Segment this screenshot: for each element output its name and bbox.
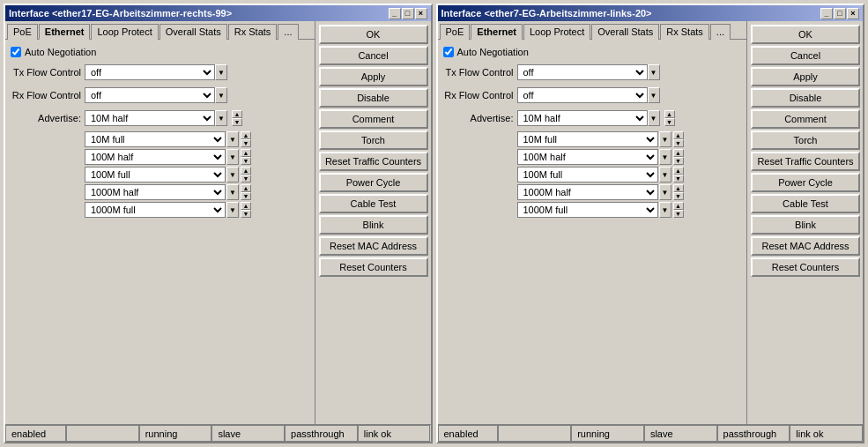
auto-negotiation-checkbox-1[interactable] (11, 47, 21, 57)
reset-mac-address-button-1[interactable]: Reset MAC Address (319, 236, 428, 256)
adv-arrow-2-2[interactable]: ▼ (659, 131, 671, 147)
rx-flow-control-select-2[interactable]: off (517, 87, 648, 103)
adv-arrow-4-2[interactable]: ▼ (659, 167, 671, 183)
rx-flow-control-select-1[interactable]: off (85, 87, 215, 103)
adv-arrow-5-2[interactable]: ▼ (659, 184, 671, 200)
adv-down-2-1[interactable]: ▼ (241, 139, 251, 147)
adv-arrow-6-2[interactable]: ▼ (659, 202, 671, 218)
cancel-button-2[interactable]: Cancel (751, 46, 860, 65)
power-cycle-button-2[interactable]: Power Cycle (751, 173, 860, 192)
tab-rxstats-2[interactable]: Rx Stats (660, 24, 709, 40)
tab-rxstats-1[interactable]: Rx Stats (228, 24, 278, 40)
close-button-1[interactable]: × (415, 8, 427, 19)
adv-arrow-3-1[interactable]: ▼ (226, 149, 239, 165)
tab-more-1[interactable]: ... (278, 24, 298, 40)
cable-test-button-1[interactable]: Cable Test (319, 194, 428, 213)
adv-up-4-2[interactable]: ▲ (673, 167, 684, 175)
adv-select-6-1[interactable]: 1000M full (85, 202, 226, 218)
rx-flow-control-arrow-2[interactable]: ▼ (648, 87, 660, 103)
torch-button-1[interactable]: Torch (319, 130, 428, 150)
rx-flow-control-arrow-1[interactable]: ▼ (215, 87, 227, 103)
tx-flow-control-arrow-2[interactable]: ▼ (648, 64, 660, 80)
adv-select-4-1[interactable]: 100M full (85, 167, 226, 183)
ok-button-1[interactable]: OK (319, 25, 428, 44)
advertise-down-1[interactable]: ▼ (232, 118, 242, 126)
adv-down-6-2[interactable]: ▼ (673, 210, 684, 218)
adv-select-5-1[interactable]: 1000M half (85, 184, 226, 200)
tab-loopprotect-2[interactable]: Loop Protect (523, 24, 590, 40)
tx-flow-control-select-1[interactable]: off (85, 64, 215, 80)
adv-select-3-1[interactable]: 100M half (85, 149, 226, 165)
reset-counters-button-1[interactable]: Reset Counters (319, 257, 428, 277)
apply-button-2[interactable]: Apply (751, 67, 860, 86)
tx-flow-control-arrow-1[interactable]: ▼ (215, 64, 227, 80)
adv-up-2-2[interactable]: ▲ (673, 131, 684, 139)
torch-button-2[interactable]: Torch (751, 130, 860, 150)
blink-button-1[interactable]: Blink (319, 215, 428, 235)
adv-down-2-2[interactable]: ▼ (673, 139, 684, 147)
apply-button-1[interactable]: Apply (319, 67, 428, 86)
maximize-button-1[interactable]: □ (402, 8, 414, 19)
ok-button-2[interactable]: OK (751, 25, 860, 44)
advertise-select-2[interactable]: 10M half (517, 110, 648, 126)
adv-down-6-1[interactable]: ▼ (241, 210, 251, 218)
blink-button-2[interactable]: Blink (751, 215, 860, 235)
adv-arrow-2-1[interactable]: ▼ (226, 131, 239, 147)
tab-poe-2[interactable]: PoE (440, 24, 471, 40)
adv-down-5-1[interactable]: ▼ (241, 192, 251, 200)
adv-down-4-1[interactable]: ▼ (241, 175, 251, 183)
reset-traffic-counters-button-2[interactable]: Reset Traffic Counters (751, 152, 860, 171)
adv-arrow-4-1[interactable]: ▼ (226, 167, 239, 183)
adv-up-2-1[interactable]: ▲ (241, 131, 251, 139)
disable-button-1[interactable]: Disable (319, 88, 428, 108)
adv-down-3-2[interactable]: ▼ (673, 157, 684, 165)
comment-button-2[interactable]: Comment (751, 109, 860, 129)
reset-counters-button-2[interactable]: Reset Counters (751, 257, 860, 277)
tab-loopprotect-1[interactable]: Loop Protect (91, 24, 158, 40)
adv-up-6-2[interactable]: ▲ (673, 202, 684, 210)
tx-flow-control-select-2[interactable]: off (517, 64, 648, 80)
adv-up-5-2[interactable]: ▲ (673, 184, 684, 192)
advertise-arrow-1[interactable]: ▼ (215, 110, 227, 126)
power-cycle-button-1[interactable]: Power Cycle (319, 173, 428, 192)
close-button-2[interactable]: × (847, 8, 859, 19)
reset-traffic-counters-button-1[interactable]: Reset Traffic Counters (319, 152, 428, 171)
disable-button-2[interactable]: Disable (751, 88, 860, 108)
adv-arrow-6-1[interactable]: ▼ (226, 202, 239, 218)
adv-arrow-3-2[interactable]: ▼ (659, 149, 671, 165)
adv-select-2-2[interactable]: 10M full (517, 131, 658, 147)
advertise-down-2[interactable]: ▼ (664, 118, 675, 126)
minimize-button-2[interactable]: _ (820, 8, 833, 19)
advertise-up-1[interactable]: ▲ (232, 110, 242, 118)
adv-select-5-2[interactable]: 1000M half (517, 184, 658, 200)
adv-up-3-1[interactable]: ▲ (241, 149, 251, 157)
adv-up-3-2[interactable]: ▲ (673, 149, 684, 157)
cancel-button-1[interactable]: Cancel (319, 46, 428, 65)
adv-down-5-2[interactable]: ▼ (673, 192, 684, 200)
adv-select-4-2[interactable]: 100M full (517, 167, 658, 183)
tab-poe-1[interactable]: PoE (7, 24, 38, 40)
reset-mac-address-button-2[interactable]: Reset MAC Address (751, 236, 860, 256)
tab-ethernet-1[interactable]: Ethernet (39, 24, 91, 40)
tab-more-2[interactable]: ... (710, 24, 731, 40)
adv-down-4-2[interactable]: ▼ (673, 175, 684, 183)
tab-overallstats-1[interactable]: Overall Stats (160, 24, 227, 40)
comment-button-1[interactable]: Comment (319, 109, 428, 129)
tab-ethernet-2[interactable]: Ethernet (471, 24, 523, 40)
maximize-button-2[interactable]: □ (834, 8, 846, 19)
advertise-select-1[interactable]: 10M half (85, 110, 215, 126)
cable-test-button-2[interactable]: Cable Test (751, 194, 860, 213)
adv-up-5-1[interactable]: ▲ (241, 184, 251, 192)
auto-negotiation-checkbox-2[interactable] (443, 47, 454, 57)
minimize-button-1[interactable]: _ (389, 8, 401, 19)
adv-arrow-5-1[interactable]: ▼ (226, 184, 239, 200)
adv-select-3-2[interactable]: 100M half (517, 149, 658, 165)
adv-up-6-1[interactable]: ▲ (241, 202, 251, 210)
adv-up-4-1[interactable]: ▲ (241, 167, 251, 175)
advertise-arrow-2[interactable]: ▼ (648, 110, 660, 126)
adv-down-3-1[interactable]: ▼ (241, 157, 251, 165)
adv-select-2-1[interactable]: 10M full (85, 131, 226, 147)
advertise-up-2[interactable]: ▲ (664, 110, 675, 118)
adv-select-6-2[interactable]: 1000M full (517, 202, 658, 218)
tab-overallstats-2[interactable]: Overall Stats (591, 24, 659, 40)
